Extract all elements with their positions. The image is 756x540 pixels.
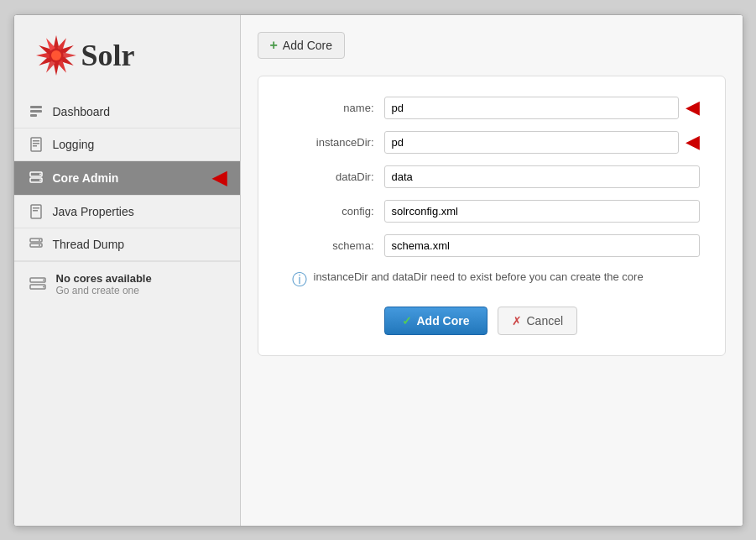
main-window: Solr Dashboard Logging C <box>13 14 743 527</box>
add-core-top-label: Add Core <box>283 39 332 52</box>
svg-point-30 <box>39 239 40 241</box>
label-schema: schema: <box>284 239 384 252</box>
svg-point-31 <box>39 244 40 246</box>
no-cores-icon <box>28 274 48 294</box>
input-schema[interactable] <box>384 234 700 257</box>
svg-point-13 <box>51 50 61 60</box>
core-admin-arrow: ◀ <box>212 169 227 187</box>
no-cores-subtitle: Go and create one <box>56 285 152 296</box>
svg-point-34 <box>43 279 44 280</box>
svg-rect-17 <box>31 138 41 151</box>
input-datadir[interactable] <box>384 165 700 188</box>
java-properties-icon <box>28 203 44 220</box>
sidebar-item-logging-label: Logging <box>53 138 95 151</box>
add-core-submit-label: Add Core <box>417 314 470 328</box>
form-row-schema: schema: <box>284 234 700 257</box>
svg-point-24 <box>39 179 41 181</box>
cancel-button[interactable]: ✗ Cancel <box>498 307 578 335</box>
sidebar-item-core-admin-label: Core Admin <box>53 171 119 185</box>
info-row: ⓘ instanceDir and dataDir need to exist … <box>284 269 700 290</box>
name-arrow: ◀ <box>686 97 700 118</box>
no-cores-text: No cores available Go and create one <box>56 272 152 296</box>
form-row-config: config: <box>284 200 700 223</box>
label-instancedir: instanceDir: <box>284 136 384 149</box>
sidebar-item-dashboard-label: Dashboard <box>53 105 111 118</box>
cancel-label: Cancel <box>527 314 564 328</box>
input-config[interactable] <box>384 200 700 223</box>
svg-rect-18 <box>33 140 39 142</box>
sidebar-item-java-properties-label: Java Properties <box>53 205 134 218</box>
svg-rect-16 <box>30 114 37 117</box>
svg-rect-27 <box>33 210 38 212</box>
svg-rect-25 <box>31 205 41 218</box>
add-core-top-button[interactable]: + Add Core <box>258 32 346 59</box>
add-core-submit-button[interactable]: ✓ Add Core <box>384 307 487 335</box>
main-content: + Add Core name: ◀ instanceDir: ◀ dataDi… <box>241 15 743 526</box>
core-admin-icon <box>28 170 44 186</box>
form-actions: ✓ Add Core ✗ Cancel <box>284 307 700 335</box>
logging-icon <box>28 136 44 153</box>
x-icon: ✗ <box>512 314 522 328</box>
label-config: config: <box>284 205 384 218</box>
form-row-datadir: dataDir: <box>284 165 700 188</box>
sidebar-item-logging[interactable]: Logging <box>14 128 240 161</box>
add-core-form-card: name: ◀ instanceDir: ◀ dataDir: config: <box>258 76 726 356</box>
instancedir-arrow: ◀ <box>686 131 700 153</box>
sidebar-item-thread-dump-label: Thread Dump <box>53 238 125 251</box>
svg-point-23 <box>39 173 41 175</box>
label-datadir: dataDir: <box>284 170 384 183</box>
sidebar-item-core-admin[interactable]: Core Admin ◀ <box>14 161 240 196</box>
svg-rect-19 <box>33 143 39 144</box>
form-row-instancedir: instanceDir: ◀ <box>284 131 700 154</box>
logo-text: Solr <box>81 38 135 73</box>
svg-rect-26 <box>33 207 39 209</box>
info-text: instanceDir and dataDir need to exist be… <box>314 269 644 286</box>
logo-area: Solr <box>14 15 240 96</box>
info-icon: ⓘ <box>292 270 307 290</box>
label-name: name: <box>284 102 384 114</box>
dashboard-icon <box>28 103 44 120</box>
no-cores-title: No cores available <box>56 272 152 285</box>
svg-point-35 <box>43 286 44 287</box>
no-cores-section: No cores available Go and create one <box>14 261 240 307</box>
sidebar-item-dashboard[interactable]: Dashboard <box>14 96 240 128</box>
form-row-name: name: ◀ <box>284 97 700 119</box>
svg-rect-20 <box>33 145 37 147</box>
svg-rect-15 <box>30 110 42 113</box>
sidebar: Solr Dashboard Logging C <box>14 15 241 526</box>
input-instancedir[interactable] <box>384 131 679 154</box>
checkmark-icon: ✓ <box>402 314 412 328</box>
solr-logo-icon <box>31 30 81 81</box>
sidebar-item-java-properties[interactable]: Java Properties <box>14 196 240 228</box>
sidebar-item-thread-dump[interactable]: Thread Dump <box>14 228 240 261</box>
thread-dump-icon <box>28 236 44 253</box>
svg-rect-14 <box>30 106 42 108</box>
input-name[interactable] <box>384 97 679 119</box>
plus-icon: + <box>270 38 278 53</box>
